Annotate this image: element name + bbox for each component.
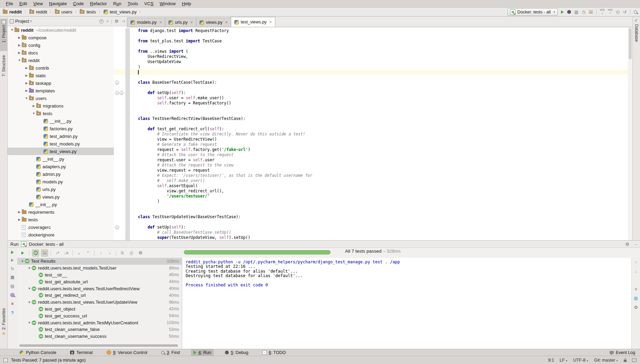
code-line[interactable]: ) bbox=[114, 199, 628, 204]
console-icon[interactable]: ▤ bbox=[10, 284, 14, 289]
filter-ignored-toggle[interactable] bbox=[41, 250, 48, 256]
project-tree-row[interactable]: ▼reddit~/cookiecutter/reddit bbox=[8, 26, 114, 34]
menu-edit[interactable]: Edit bbox=[16, 0, 30, 8]
project-tree-row[interactable]: ▼reddit bbox=[8, 57, 114, 64]
editor-tab-views.py[interactable]: views.py× bbox=[196, 18, 231, 27]
tool-button-project[interactable]: 1: Project bbox=[0, 19, 8, 51]
project-tree-row[interactable]: urls.py bbox=[8, 185, 114, 193]
project-tree-row[interactable]: test_admin.py bbox=[8, 132, 114, 140]
scroll-to-end-icon[interactable]: ▤ bbox=[634, 296, 638, 301]
chevron-down-icon[interactable]: ▼ bbox=[30, 20, 32, 22]
toolwindow-button-python-console[interactable]: Python Console bbox=[17, 349, 59, 356]
project-tree-row[interactable]: ▶docs bbox=[8, 49, 114, 57]
hide-panel-icon[interactable]: ⊣ bbox=[121, 19, 125, 24]
test-run-down-icon[interactable]: ↓ bbox=[115, 81, 119, 84]
encoding-widget[interactable]: UTF-8▼ bbox=[573, 358, 589, 363]
code-line[interactable] bbox=[114, 33, 628, 39]
event-log-button[interactable]: Event Log bbox=[610, 350, 635, 355]
screen-reader-icon[interactable] bbox=[632, 358, 637, 362]
test-tree-row[interactable]: ▼OKreddit.users.tests.test_models.TestUs… bbox=[17, 265, 182, 272]
tree-collapsed-icon[interactable]: ▶ bbox=[31, 104, 36, 108]
menu-view[interactable]: View bbox=[30, 0, 46, 8]
test-tree-row[interactable]: ▼OKreddit.users.tests.test_views.TestUse… bbox=[17, 285, 182, 292]
rerun-failed-icon[interactable] bbox=[11, 259, 14, 262]
inspections-ok-icon[interactable]: ✓ bbox=[634, 18, 638, 23]
project-tree-row[interactable]: models.py bbox=[8, 178, 114, 185]
test-tree-row[interactable]: ▼OKreddit.users.tests.test_admin.TestMyU… bbox=[17, 319, 182, 326]
code-line[interactable] bbox=[114, 220, 628, 225]
tree-expanded-icon[interactable]: ▼ bbox=[27, 301, 32, 304]
test-tree-hscrollbar[interactable] bbox=[19, 344, 178, 347]
test-tree-row[interactable]: OKtest__str__45ms bbox=[17, 272, 182, 279]
next-failed-icon[interactable]: ↓ bbox=[106, 250, 113, 256]
project-panel-title[interactable]: Project bbox=[15, 19, 29, 24]
history-icon[interactable]: ◴ bbox=[616, 10, 619, 14]
project-tree-row[interactable]: ▶static bbox=[8, 72, 114, 79]
project-tree-row[interactable]: test_models.py bbox=[8, 140, 114, 148]
project-tree-row[interactable]: __init__.py bbox=[8, 201, 114, 208]
filter-passed-toggle[interactable]: OK bbox=[32, 250, 39, 256]
toolwindow-button-terminal[interactable]: ▮Terminal bbox=[68, 349, 95, 356]
project-tree-row[interactable]: ▶templates bbox=[8, 87, 114, 94]
code-line[interactable]: def test_get_redirect_url(self): bbox=[114, 127, 628, 132]
tab-close-icon[interactable]: × bbox=[159, 20, 162, 25]
menu-refactor[interactable]: Refactor bbox=[87, 0, 110, 8]
debug-icon[interactable] bbox=[567, 10, 571, 14]
soft-wrap-icon[interactable]: ≡ bbox=[634, 287, 637, 292]
menu-help[interactable]: Help bbox=[179, 0, 194, 8]
stop-icon[interactable] bbox=[11, 276, 14, 279]
editor-tab-models.py[interactable]: models.py× bbox=[127, 18, 165, 27]
tab-close-icon[interactable]: × bbox=[225, 20, 228, 25]
test-tree-row[interactable]: OKtest_clean_username_success50ms bbox=[17, 333, 182, 340]
tree-expanded-icon[interactable]: ▼ bbox=[31, 112, 36, 115]
code-line[interactable]: self.factory = RequestFactory() bbox=[114, 101, 628, 106]
code-line[interactable]: '/users/testuser/' bbox=[114, 194, 628, 199]
project-tree-row[interactable]: test_views.py bbox=[8, 148, 114, 155]
sort-alpha-icon[interactable]: ↓ᵃ bbox=[54, 250, 61, 256]
project-tree-row[interactable]: factories.py bbox=[8, 125, 114, 132]
project-tree-row[interactable]: .dockerignore bbox=[8, 231, 114, 239]
project-tree-row[interactable]: ▶compose bbox=[8, 34, 114, 41]
tab-close-icon[interactable]: × bbox=[269, 20, 272, 24]
help-icon[interactable]: ? bbox=[11, 310, 14, 315]
edit-config-icon[interactable] bbox=[589, 10, 593, 14]
tree-collapsed-icon[interactable]: ▶ bbox=[17, 210, 22, 214]
menu-navigate[interactable]: Navigate bbox=[46, 0, 70, 8]
code-line[interactable]: request.user = self.user bbox=[114, 158, 628, 163]
code-line[interactable]: view.request = request bbox=[114, 168, 628, 173]
vcs-update-icon[interactable]: VCS↓ bbox=[600, 9, 604, 15]
code-line[interactable]: self.assertEqual( bbox=[114, 183, 628, 189]
run-panel-settings-icon[interactable]: ⚙ bbox=[625, 242, 629, 247]
code-line[interactable]: request = self.factory.get('/fake-url') bbox=[114, 147, 628, 152]
project-tree-row[interactable]: ▶contrib bbox=[8, 64, 114, 72]
breadcrumb-item-reddit[interactable]: reddit bbox=[3, 9, 22, 14]
code-line[interactable] bbox=[114, 121, 628, 127]
pin-icon[interactable] bbox=[10, 293, 14, 297]
breadcrumb-item-reddit[interactable]: reddit bbox=[29, 9, 47, 14]
code-line[interactable]: class TestUserUpdateView(BaseUserTestCas… bbox=[114, 214, 628, 220]
tree-expanded-icon[interactable]: ▼ bbox=[17, 59, 22, 62]
expand-all-icon[interactable]: ⌄ bbox=[76, 250, 82, 256]
menu-tools[interactable]: Tools bbox=[125, 0, 141, 8]
status-toggle-icon[interactable] bbox=[3, 358, 8, 362]
project-tree-row[interactable]: ▼tests bbox=[8, 110, 114, 117]
prev-failed-icon[interactable]: ↑ bbox=[97, 250, 104, 256]
search-icon[interactable] bbox=[634, 10, 637, 14]
toolwindow-button-run[interactable]: 4: Run bbox=[191, 349, 214, 356]
run-console[interactable]: reddit_pycha:python -u /opt/.pycharm_hel… bbox=[182, 258, 631, 349]
caret-position-widget[interactable]: 9:1 bbox=[548, 358, 554, 363]
menu-code[interactable]: Code bbox=[70, 0, 87, 8]
code-line[interactable]: ↑ def setUp(self): bbox=[114, 225, 628, 230]
run-icon[interactable] bbox=[561, 10, 564, 14]
git-branch-widget[interactable]: Git: master▼ bbox=[594, 358, 618, 363]
sort-duration-icon[interactable]: ↓≡ bbox=[63, 250, 70, 256]
project-tree-row[interactable]: __init__.py bbox=[8, 155, 114, 163]
project-tree-row[interactable]: ▼users bbox=[8, 94, 114, 102]
project-tree-row[interactable]: adapters.py bbox=[8, 163, 114, 170]
tree-collapsed-icon[interactable]: ▶ bbox=[17, 36, 22, 39]
tool-button-database[interactable]: Database bbox=[634, 24, 639, 43]
breadcrumb-item-test_views.py[interactable]: test_views.py bbox=[104, 9, 137, 14]
code-line[interactable] bbox=[114, 75, 628, 80]
undo-icon[interactable]: ↺ bbox=[623, 10, 627, 14]
coverage-icon[interactable]: ▨ bbox=[574, 10, 578, 14]
